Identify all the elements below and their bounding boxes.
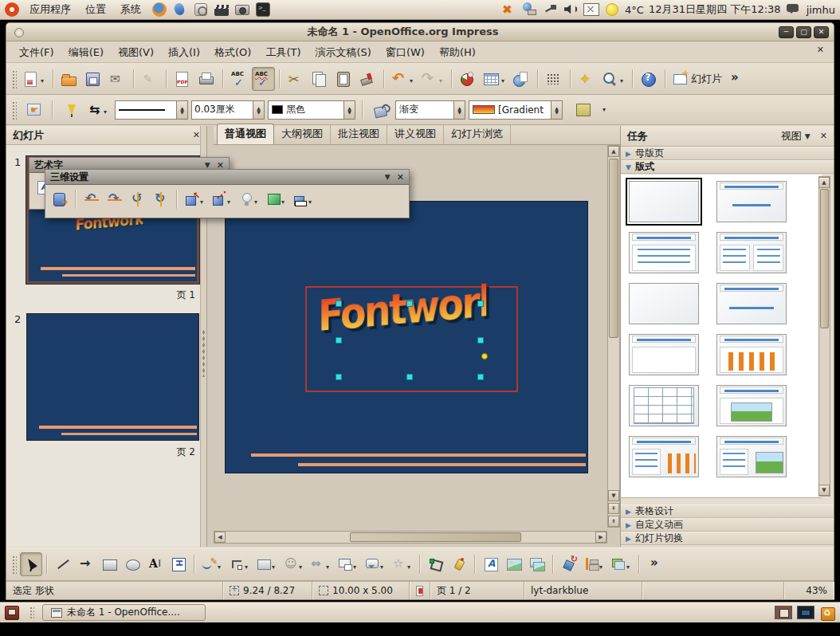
text-button[interactable] xyxy=(144,552,167,576)
area-dialog-button[interactable] xyxy=(370,98,392,122)
section-custom-animation[interactable]: ▶ 自定义动画 xyxy=(621,518,834,532)
save-button[interactable] xyxy=(82,67,105,91)
direction-button[interactable] xyxy=(209,187,235,211)
slide-thumbnail[interactable] xyxy=(26,313,199,441)
power-tray-icon[interactable] xyxy=(542,2,558,18)
selection-handle[interactable] xyxy=(406,300,413,307)
help-menu[interactable]: 帮助(H) xyxy=(433,43,482,62)
fill-value-select[interactable]: [Gradient▲▼ xyxy=(469,100,563,120)
tasks-close-icon[interactable]: ✕ xyxy=(820,131,827,141)
slide-editing-area[interactable]: Fontwork. xyxy=(225,201,588,473)
places-menu[interactable]: 位置 xyxy=(78,1,113,18)
camera-launcher-icon[interactable] xyxy=(234,2,250,18)
dropdown-arrow-icon[interactable] xyxy=(326,557,332,572)
symbol-shapes-button[interactable] xyxy=(281,552,307,576)
extrusion-handle[interactable] xyxy=(481,353,488,359)
overflow-button[interactable] xyxy=(644,552,666,576)
ubuntu-menu-icon[interactable] xyxy=(5,2,19,17)
xchat-tray-icon[interactable] xyxy=(500,2,516,18)
username-label[interactable]: jimhu xyxy=(807,4,835,16)
spinner[interactable]: ▲▼ xyxy=(453,101,465,119)
dropdown-arrow-icon[interactable] xyxy=(200,192,206,207)
curve-button[interactable] xyxy=(199,552,226,576)
extrusion-color-button[interactable] xyxy=(290,187,316,211)
dropdown-arrow-icon[interactable] xyxy=(308,192,314,207)
title-image-layout-thumbnail[interactable] xyxy=(715,383,788,428)
system-menu[interactable]: 系统 xyxy=(113,1,148,18)
volume-tray-icon[interactable] xyxy=(563,2,579,18)
trash-icon[interactable] xyxy=(819,604,837,622)
dropdown-arrow-icon[interactable] xyxy=(218,557,223,572)
handout-view-tab[interactable]: 讲义视图 xyxy=(387,124,444,144)
dropdown-arrow-icon[interactable] xyxy=(272,557,277,572)
slide-new-button[interactable]: 幻灯片 xyxy=(670,67,724,91)
from-file-button[interactable] xyxy=(503,552,525,576)
points-button[interactable] xyxy=(23,98,45,122)
table-button[interactable] xyxy=(481,67,509,91)
basic-shapes-button[interactable] xyxy=(253,552,280,576)
navigator-button[interactable] xyxy=(575,67,599,91)
mail-tray-icon[interactable] xyxy=(583,2,599,18)
maximize-button[interactable]: ▢ xyxy=(796,26,811,38)
tilt-left-button[interactable] xyxy=(127,187,149,211)
overflow-button[interactable] xyxy=(725,67,748,91)
toolbar-handle[interactable] xyxy=(11,100,17,120)
section-layouts[interactable]: ▼ 版式 xyxy=(621,160,834,174)
arrow-style-button[interactable] xyxy=(85,98,112,122)
dropdown-arrow-icon[interactable] xyxy=(227,192,233,207)
taskbar-window-button[interactable]: 未命名 1 - OpenOffice.... xyxy=(42,604,206,621)
dropdown-arrow-icon[interactable] xyxy=(599,557,605,572)
block-arrows-button[interactable] xyxy=(308,552,334,576)
slideshow-menu[interactable]: 演示文稿(S) xyxy=(309,43,378,62)
selection-handle[interactable] xyxy=(406,374,413,380)
connector-button[interactable] xyxy=(226,552,253,576)
paste-button[interactable] xyxy=(332,67,355,91)
depth-button[interactable] xyxy=(182,187,208,211)
edit-points-button[interactable] xyxy=(425,552,447,576)
view-menu[interactable]: 视图(V) xyxy=(112,43,160,62)
table-layout-thumbnail[interactable] xyxy=(627,383,701,428)
section-slide-transition[interactable]: ▶ 幻灯片切换 xyxy=(621,532,834,545)
minimize-button[interactable]: ─ xyxy=(779,26,794,38)
layouts-scrollbar[interactable]: ▲ ▼ xyxy=(818,176,830,497)
title-chart-layout-thumbnail[interactable] xyxy=(715,332,788,377)
window-menu[interactable]: 窗口(W) xyxy=(379,43,431,62)
callouts-button[interactable] xyxy=(362,552,388,576)
selection-handle[interactable] xyxy=(336,300,342,307)
tasks-view-arrow-icon[interactable]: ▼ xyxy=(805,132,811,140)
title-box-layout-thumbnail[interactable] xyxy=(627,332,701,377)
selection-handle[interactable] xyxy=(477,300,484,307)
vertical-scrollbar[interactable]: ▲ ▼ ⇞ ⇟ xyxy=(607,145,620,528)
toolbar-handle[interactable] xyxy=(11,69,17,88)
dropdown-arrow-icon[interactable] xyxy=(104,102,109,117)
flowchart-button[interactable] xyxy=(335,552,361,576)
cut-button[interactable] xyxy=(285,67,308,91)
show-desktop-button[interactable] xyxy=(3,604,21,622)
dropdown-arrow-icon[interactable] xyxy=(245,557,250,572)
rhythmbox-launcher-icon[interactable] xyxy=(193,2,209,18)
fontwork-gallery-button[interactable] xyxy=(480,552,502,576)
dropdown-arrow-icon[interactable] xyxy=(281,192,287,207)
applications-menu[interactable]: 应用程序 xyxy=(22,1,78,18)
user-switcher-icon[interactable] xyxy=(786,2,802,18)
movie-launcher-icon[interactable] xyxy=(214,2,230,18)
notes-view-tab[interactable]: 批注视图 xyxy=(331,124,387,144)
line-button[interactable] xyxy=(52,552,74,576)
workspace-2[interactable] xyxy=(797,606,814,619)
arrowline-button[interactable] xyxy=(75,552,97,576)
alignment-button[interactable] xyxy=(581,552,607,576)
list-chart-layout-thumbnail[interactable] xyxy=(627,434,701,479)
selection-handle[interactable] xyxy=(336,337,342,344)
title-list-layout-thumbnail[interactable] xyxy=(627,230,701,275)
export-pdf-button[interactable] xyxy=(171,67,194,91)
firefox-launcher-icon[interactable] xyxy=(151,2,167,18)
format-menu[interactable]: 格式(O) xyxy=(208,43,257,62)
toolbar-menu-arrow-icon[interactable]: ▼ xyxy=(385,173,391,181)
close-document-button[interactable]: ✕ xyxy=(812,45,829,55)
normal-view-tab[interactable]: 普通视图 xyxy=(217,124,274,144)
weather-icon[interactable] xyxy=(604,2,620,18)
threed-settings-window[interactable]: 三维设置 ▼✕ xyxy=(45,169,410,218)
clock-label[interactable]: 12月31日星期四 下午12:38 xyxy=(649,2,781,17)
tilt-up-button[interactable] xyxy=(104,187,126,211)
section-master-pages[interactable]: ▶ 母版页 xyxy=(621,147,834,160)
